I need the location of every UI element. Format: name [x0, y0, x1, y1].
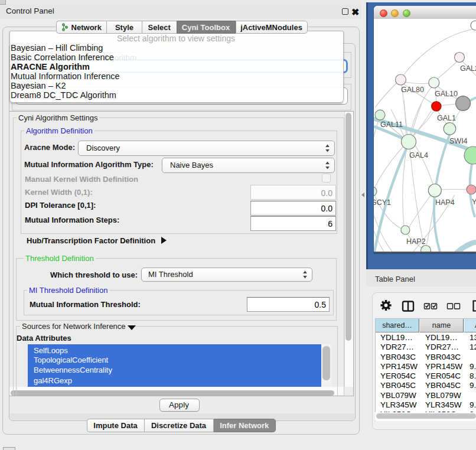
- svg-text:GAL11: GAL11: [380, 120, 403, 129]
- svg-text:YP: YP: [472, 198, 476, 206]
- svg-text:GCY1: GCY1: [374, 198, 391, 207]
- svg-text:HAP4: HAP4: [435, 198, 455, 207]
- svg-text:SWI4: SWI4: [449, 137, 468, 145]
- svg-text:GAL80: GAL80: [401, 86, 424, 94]
- svg-text:GAL1: GAL1: [437, 114, 456, 122]
- svg-text:GAL10: GAL10: [435, 90, 458, 98]
- svg-text:GAL4: GAL4: [409, 151, 428, 159]
- svg-text:HAP2: HAP2: [406, 237, 426, 246]
- svg-text:GAL2: GAL2: [460, 64, 476, 73]
